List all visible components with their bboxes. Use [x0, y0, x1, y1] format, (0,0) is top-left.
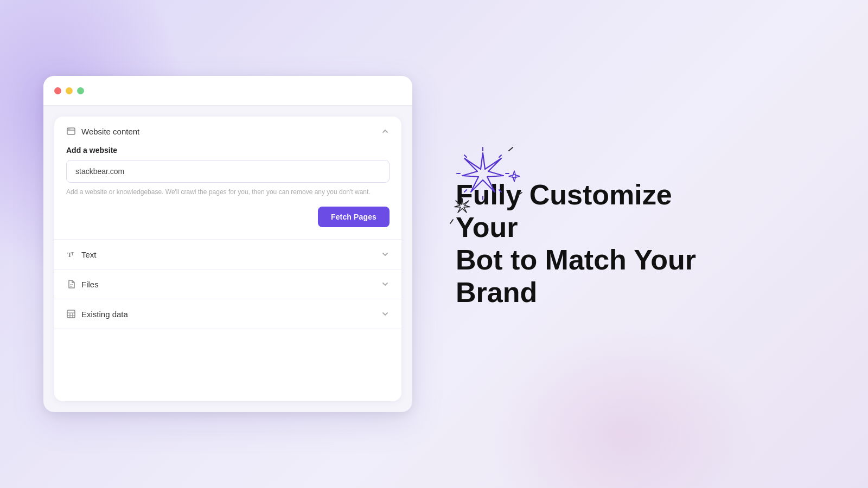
files-section: Files: [54, 269, 401, 299]
website-content-header[interactable]: Website content: [54, 117, 401, 146]
fetch-pages-button[interactable]: Fetch Pages: [318, 207, 390, 227]
svg-line-22: [518, 192, 522, 195]
svg-line-23: [450, 220, 453, 223]
headline-line2: Bot to Match Your Brand: [456, 244, 696, 308]
text-section-title: Text: [81, 250, 97, 259]
section-header-left: Website content: [66, 126, 139, 136]
svg-text:T: T: [71, 252, 74, 256]
files-chevron-down-icon: [381, 280, 390, 288]
svg-line-17: [499, 155, 501, 157]
existing-data-chevron-down-icon: [381, 310, 390, 318]
dot-yellow: [66, 87, 73, 94]
table-icon: [66, 309, 76, 319]
sparkle-svg: [434, 136, 532, 233]
text-chevron-down-icon: [381, 250, 390, 259]
existing-data-section-header[interactable]: Existing data: [54, 299, 401, 329]
existing-data-section-title: Existing data: [81, 310, 128, 319]
browser-content: Website content Add a website Add a webs…: [43, 106, 412, 412]
text-icon: T T: [66, 249, 76, 259]
chevron-up-icon: [381, 127, 390, 136]
text-section-header[interactable]: T T Text: [54, 240, 401, 269]
field-hint: Add a website or knowledgebase. We'll cr…: [66, 187, 390, 197]
svg-line-19: [499, 190, 501, 192]
website-content-section: Website content Add a website Add a webs…: [54, 117, 401, 240]
dot-green: [77, 87, 84, 94]
svg-line-21: [509, 147, 513, 151]
svg-point-2: [68, 129, 69, 130]
right-side: Fully Customize Your Bot to Match Your B…: [412, 179, 825, 309]
url-input[interactable]: [66, 160, 390, 183]
files-section-title: Files: [81, 280, 99, 289]
existing-data-section: Existing data: [54, 299, 401, 329]
fetch-btn-row: Fetch Pages: [66, 207, 390, 227]
file-icon: [66, 279, 76, 289]
website-content-body: Add a website Add a website or knowledge…: [54, 146, 401, 239]
page-container: Website content Add a website Add a webs…: [0, 0, 868, 488]
existing-data-section-left: Existing data: [66, 309, 128, 319]
browser-window: Website content Add a website Add a webs…: [43, 76, 412, 412]
svg-rect-8: [67, 310, 75, 318]
svg-line-20: [464, 190, 467, 192]
panel: Website content Add a website Add a webs…: [54, 117, 401, 401]
dot-red: [54, 87, 61, 94]
text-section-left: T T Text: [66, 249, 97, 259]
svg-point-3: [69, 129, 71, 130]
browser-titlebar: [43, 76, 412, 106]
files-section-left: Files: [66, 279, 99, 289]
svg-line-18: [464, 155, 467, 157]
files-section-header[interactable]: Files: [54, 269, 401, 299]
website-content-title: Website content: [81, 127, 139, 136]
sparkle-decoration: [434, 136, 532, 233]
add-website-label: Add a website: [66, 146, 390, 155]
text-section: T T Text: [54, 240, 401, 269]
browser-icon: [66, 126, 76, 136]
browser-dots: [54, 87, 84, 94]
